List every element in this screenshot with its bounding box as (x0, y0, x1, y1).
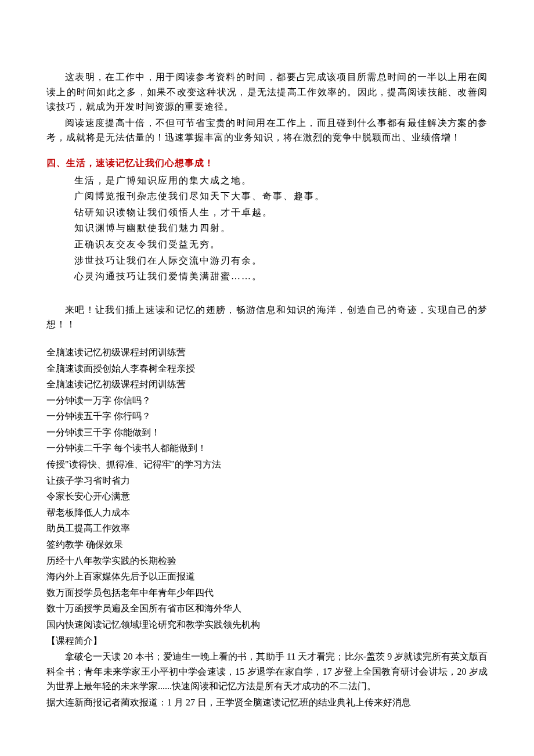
heading-section-four-life: 四、生活，速读记忆让我们心想事成！ (46, 156, 488, 171)
course-line: 全脑速读面授创始人李春树全程亲授 (46, 361, 488, 376)
course-line: 全脑速读记忆初级课程封闭训练营 (46, 377, 488, 392)
list-item: 广阅博览报刊杂志使我们尽知天下大事、奇事、趣事。 (46, 189, 488, 204)
course-line: 海内外上百家媒体先后予以正面报道 (46, 569, 488, 584)
paragraph-napoleon-intro: 拿破仑一天读 20 本书；爱迪生一晚上看的书，其助手 11 天才看完；比尔-盖茨… (46, 649, 488, 694)
spacer (46, 333, 488, 345)
course-line: 传授"读得快、抓得准、记得牢"的学习方法 (46, 457, 488, 472)
course-line: 让孩子学习省时省力 (46, 473, 488, 488)
course-line: 令家长安心开心满意 (46, 489, 488, 504)
course-line: 一分钟读一万字 你信吗？ (46, 393, 488, 408)
course-line: 一分钟读三千字 你能做到！ (46, 425, 488, 440)
course-line: 历经十八年教学实践的长期检验 (46, 553, 488, 568)
list-item: 钻研知识读物让我们领悟人生，才干卓越。 (46, 205, 488, 220)
paragraph-closing-invitation: 来吧！让我们插上速读和记忆的翅膀，畅游信息和知识的海洋，创造自己的奇迹，实现自己… (46, 303, 488, 332)
paragraph-dalian-report: 据大连新商报记者蔺欢报道：1 月 27 日，王学贤全脑速读记忆班的结业典礼上传来… (46, 695, 488, 710)
course-line: 帮老板降低人力成本 (46, 505, 488, 520)
heading-course-intro: 【课程简介】 (46, 633, 488, 649)
course-line: 数十万函授学员遍及全国所有省市区和海外华人 (46, 601, 488, 616)
course-line: 一分钟读五千字 你行吗？ (46, 409, 488, 424)
course-line: 数万面授学员包括老年中年青年少年四代 (46, 585, 488, 600)
list-item: 正确识友交友令我们受益无穷。 (46, 237, 488, 252)
list-item: 涉世技巧让我们在人际交流中游刃有余。 (46, 253, 488, 268)
spacer (46, 297, 488, 303)
list-item: 生活，是广博知识应用的集大成之地。 (46, 173, 488, 188)
course-line: 全脑速读记忆初级课程封闭训练营 (46, 345, 488, 360)
spacer (46, 285, 488, 297)
paragraph-reading-speed-benefit: 阅读速度提高十倍，不但可节省宝贵的时间用在工作上，而且碰到什么事都有最佳解决方案… (46, 116, 488, 145)
course-line: 一分钟读二千字 每个读书人都能做到！ (46, 441, 488, 456)
course-line: 国内快速阅读记忆领域理论研究和教学实践领先机构 (46, 617, 488, 632)
list-item: 心灵沟通技巧让我们爱情美满甜蜜……。 (46, 269, 488, 284)
course-line: 签约教学 确保效果 (46, 537, 488, 552)
list-item: 知识渊博与幽默使我们魅力四射。 (46, 221, 488, 236)
course-line: 助员工提高工作效率 (46, 521, 488, 536)
paragraph-work-reading-time: 这表明，在工作中，用于阅读参考资料的时间，都要占完成该项目所需总时间的一半以上用… (46, 70, 488, 114)
